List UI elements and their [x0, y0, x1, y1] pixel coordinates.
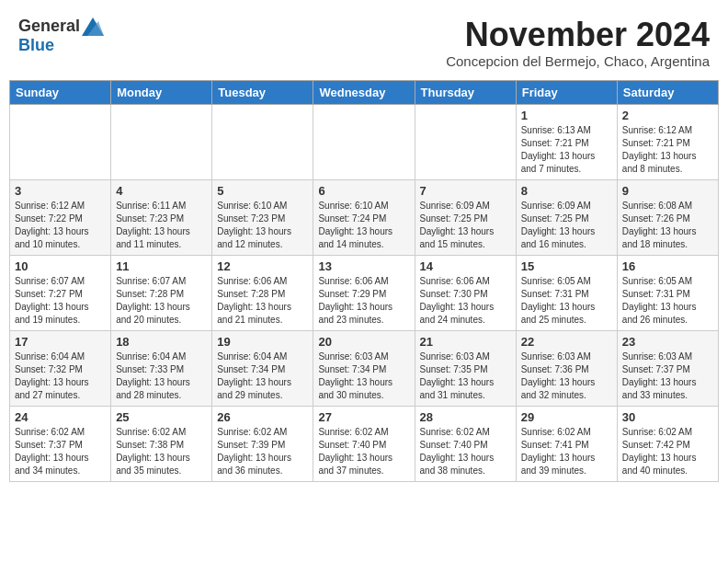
header-saturday: Saturday [617, 80, 718, 104]
header-monday: Monday [111, 80, 212, 104]
day-info: Sunrise: 6:06 AM Sunset: 7:29 PM Dayligh… [318, 275, 409, 327]
header-sunday: Sunday [10, 80, 111, 104]
calendar-week-5: 24Sunrise: 6:02 AM Sunset: 7:37 PM Dayli… [10, 406, 719, 481]
day-number: 20 [318, 335, 409, 349]
day-number: 22 [521, 335, 612, 349]
day-info: Sunrise: 6:09 AM Sunset: 7:25 PM Dayligh… [420, 200, 511, 251]
logo-blue-text: Blue [18, 36, 54, 55]
day-number: 5 [217, 184, 308, 198]
calendar-cell: 13Sunrise: 6:06 AM Sunset: 7:29 PM Dayli… [313, 255, 415, 330]
day-info: Sunrise: 6:07 AM Sunset: 7:28 PM Dayligh… [116, 275, 207, 327]
calendar-cell: 8Sunrise: 6:09 AM Sunset: 7:25 PM Daylig… [516, 179, 617, 255]
title-block: November 2024 Concepcion del Bermejo, Ch… [446, 17, 710, 69]
day-info: Sunrise: 6:07 AM Sunset: 7:27 PM Dayligh… [15, 275, 106, 327]
calendar-cell: 24Sunrise: 6:02 AM Sunset: 7:37 PM Dayli… [10, 406, 111, 481]
calendar-cell: 17Sunrise: 6:04 AM Sunset: 7:32 PM Dayli… [10, 330, 111, 406]
day-number: 14 [420, 259, 511, 273]
header-tuesday: Tuesday [212, 80, 313, 104]
calendar-cell: 29Sunrise: 6:02 AM Sunset: 7:41 PM Dayli… [516, 406, 617, 481]
day-info: Sunrise: 6:12 AM Sunset: 7:22 PM Dayligh… [15, 200, 106, 251]
day-info: Sunrise: 6:02 AM Sunset: 7:41 PM Dayligh… [521, 426, 612, 477]
day-info: Sunrise: 6:13 AM Sunset: 7:21 PM Dayligh… [521, 124, 612, 176]
day-number: 18 [116, 335, 207, 349]
day-number: 27 [318, 410, 409, 424]
calendar-week-4: 17Sunrise: 6:04 AM Sunset: 7:32 PM Dayli… [10, 330, 719, 406]
calendar-cell [111, 104, 212, 179]
day-number: 16 [622, 259, 713, 273]
calendar-cell: 28Sunrise: 6:02 AM Sunset: 7:40 PM Dayli… [415, 406, 516, 481]
calendar-cell: 7Sunrise: 6:09 AM Sunset: 7:25 PM Daylig… [415, 179, 516, 255]
day-info: Sunrise: 6:12 AM Sunset: 7:21 PM Dayligh… [622, 124, 713, 176]
calendar-cell: 27Sunrise: 6:02 AM Sunset: 7:40 PM Dayli… [313, 406, 415, 481]
logo-general-text: General [18, 17, 80, 36]
day-info: Sunrise: 6:08 AM Sunset: 7:26 PM Dayligh… [622, 200, 713, 251]
calendar-week-3: 10Sunrise: 6:07 AM Sunset: 7:27 PM Dayli… [10, 255, 719, 330]
day-info: Sunrise: 6:05 AM Sunset: 7:31 PM Dayligh… [521, 275, 612, 327]
calendar-cell: 30Sunrise: 6:02 AM Sunset: 7:42 PM Dayli… [617, 406, 718, 481]
calendar-cell: 4Sunrise: 6:11 AM Sunset: 7:23 PM Daylig… [111, 179, 212, 255]
day-info: Sunrise: 6:06 AM Sunset: 7:28 PM Dayligh… [217, 275, 308, 327]
page-header: General Blue November 2024 Concepcion de… [9, 9, 719, 76]
calendar-week-2: 3Sunrise: 6:12 AM Sunset: 7:22 PM Daylig… [10, 179, 719, 255]
header-friday: Friday [516, 80, 617, 104]
day-number: 24 [15, 410, 106, 424]
day-info: Sunrise: 6:09 AM Sunset: 7:25 PM Dayligh… [521, 200, 612, 251]
calendar-cell: 5Sunrise: 6:10 AM Sunset: 7:23 PM Daylig… [212, 179, 313, 255]
calendar-cell: 9Sunrise: 6:08 AM Sunset: 7:26 PM Daylig… [617, 179, 718, 255]
day-info: Sunrise: 6:03 AM Sunset: 7:35 PM Dayligh… [420, 350, 511, 402]
day-number: 17 [15, 335, 106, 349]
calendar-cell: 3Sunrise: 6:12 AM Sunset: 7:22 PM Daylig… [10, 179, 111, 255]
day-number: 2 [622, 109, 713, 122]
day-number: 19 [217, 335, 308, 349]
day-number: 15 [521, 259, 612, 273]
day-info: Sunrise: 6:10 AM Sunset: 7:23 PM Dayligh… [217, 200, 308, 251]
day-info: Sunrise: 6:03 AM Sunset: 7:34 PM Dayligh… [318, 350, 409, 402]
day-number: 23 [622, 335, 713, 349]
day-number: 28 [420, 410, 511, 424]
day-info: Sunrise: 6:04 AM Sunset: 7:32 PM Dayligh… [15, 350, 106, 402]
month-title: November 2024 [446, 17, 710, 53]
day-number: 9 [622, 184, 713, 198]
calendar-cell: 20Sunrise: 6:03 AM Sunset: 7:34 PM Dayli… [313, 330, 415, 406]
calendar-cell: 19Sunrise: 6:04 AM Sunset: 7:34 PM Dayli… [212, 330, 313, 406]
calendar-cell [313, 104, 415, 179]
day-number: 4 [116, 184, 207, 198]
day-number: 25 [116, 410, 207, 424]
calendar-cell: 2Sunrise: 6:12 AM Sunset: 7:21 PM Daylig… [617, 104, 718, 179]
day-number: 30 [622, 410, 713, 424]
calendar: SundayMondayTuesdayWednesdayThursdayFrid… [9, 80, 719, 482]
day-info: Sunrise: 6:11 AM Sunset: 7:23 PM Dayligh… [116, 200, 207, 251]
day-info: Sunrise: 6:04 AM Sunset: 7:33 PM Dayligh… [116, 350, 207, 402]
day-info: Sunrise: 6:02 AM Sunset: 7:39 PM Dayligh… [217, 426, 308, 477]
day-number: 12 [217, 259, 308, 273]
day-number: 6 [318, 184, 409, 198]
calendar-cell: 21Sunrise: 6:03 AM Sunset: 7:35 PM Dayli… [415, 330, 516, 406]
calendar-cell: 12Sunrise: 6:06 AM Sunset: 7:28 PM Dayli… [212, 255, 313, 330]
day-info: Sunrise: 6:03 AM Sunset: 7:36 PM Dayligh… [521, 350, 612, 402]
day-number: 7 [420, 184, 511, 198]
day-number: 26 [217, 410, 308, 424]
day-number: 11 [116, 259, 207, 273]
day-number: 8 [521, 184, 612, 198]
calendar-cell: 16Sunrise: 6:05 AM Sunset: 7:31 PM Dayli… [617, 255, 718, 330]
day-info: Sunrise: 6:02 AM Sunset: 7:40 PM Dayligh… [318, 426, 409, 477]
day-info: Sunrise: 6:10 AM Sunset: 7:24 PM Dayligh… [318, 200, 409, 251]
day-info: Sunrise: 6:02 AM Sunset: 7:37 PM Dayligh… [15, 426, 106, 477]
calendar-cell: 25Sunrise: 6:02 AM Sunset: 7:38 PM Dayli… [111, 406, 212, 481]
logo-icon [82, 17, 104, 36]
day-info: Sunrise: 6:05 AM Sunset: 7:31 PM Dayligh… [622, 275, 713, 327]
calendar-cell: 26Sunrise: 6:02 AM Sunset: 7:39 PM Dayli… [212, 406, 313, 481]
day-number: 21 [420, 335, 511, 349]
calendar-cell [415, 104, 516, 179]
subtitle: Concepcion del Bermejo, Chaco, Argentina [446, 53, 710, 69]
logo: General Blue [18, 17, 104, 55]
day-info: Sunrise: 6:02 AM Sunset: 7:38 PM Dayligh… [116, 426, 207, 477]
calendar-cell: 15Sunrise: 6:05 AM Sunset: 7:31 PM Dayli… [516, 255, 617, 330]
calendar-cell: 18Sunrise: 6:04 AM Sunset: 7:33 PM Dayli… [111, 330, 212, 406]
day-info: Sunrise: 6:04 AM Sunset: 7:34 PM Dayligh… [217, 350, 308, 402]
day-number: 29 [521, 410, 612, 424]
calendar-cell [212, 104, 313, 179]
day-number: 10 [15, 259, 106, 273]
calendar-cell: 22Sunrise: 6:03 AM Sunset: 7:36 PM Dayli… [516, 330, 617, 406]
calendar-cell: 6Sunrise: 6:10 AM Sunset: 7:24 PM Daylig… [313, 179, 415, 255]
